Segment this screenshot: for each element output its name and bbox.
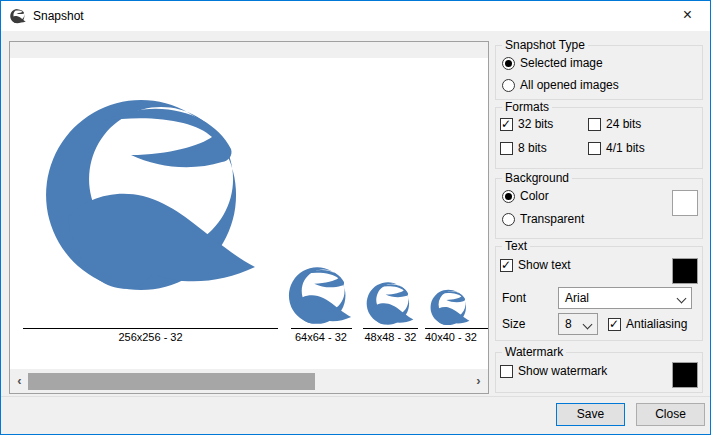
radio-icon[interactable] xyxy=(502,79,515,92)
watermark-color-swatch[interactable] xyxy=(672,362,698,388)
close-icon[interactable]: × xyxy=(665,1,710,31)
app-logo-icon xyxy=(10,8,26,24)
group-title: Watermark xyxy=(502,345,566,359)
checkbox-4-1-bits[interactable]: 4/1 bits xyxy=(588,141,645,155)
group-snapshot-type: Snapshot Type Selected image All opened … xyxy=(495,45,703,100)
checkbox-label: Show text xyxy=(518,258,571,272)
chevron-down-icon xyxy=(583,320,593,330)
radio-icon[interactable] xyxy=(502,190,515,203)
background-color-swatch[interactable] xyxy=(672,190,698,216)
save-button[interactable]: Save xyxy=(556,403,625,426)
group-text: Text Show text Font Arial Size 8 Antiali… xyxy=(495,246,703,341)
checkbox-8-bits[interactable]: 8 bits xyxy=(500,141,547,155)
divider xyxy=(23,328,278,329)
size-select-value: 8 xyxy=(565,317,572,331)
logo-image-256 xyxy=(38,93,263,293)
radio-label: Transparent xyxy=(520,212,584,226)
preview-panel: 256x256 - 32 64x64 - 32 48x48 - 32 40x40… xyxy=(9,41,489,394)
scrollbar-thumb[interactable] xyxy=(28,373,315,390)
logo-image-64 xyxy=(288,263,352,327)
divider xyxy=(363,328,418,329)
checkbox-icon[interactable] xyxy=(500,259,513,272)
radio-selected-image[interactable]: Selected image xyxy=(502,56,603,70)
checkbox-32-bits[interactable]: 32 bits xyxy=(500,117,553,131)
group-title: Text xyxy=(502,239,530,253)
radio-label: Color xyxy=(520,189,549,203)
checkbox-label: Antialiasing xyxy=(626,317,687,331)
checkbox-label: 24 bits xyxy=(606,117,641,131)
checkbox-24-bits[interactable]: 24 bits xyxy=(588,117,641,131)
divider xyxy=(425,328,488,329)
checkbox-antialiasing[interactable]: Antialiasing xyxy=(608,317,687,331)
checkbox-label: Show watermark xyxy=(518,364,607,378)
group-title: Formats xyxy=(502,100,552,114)
radio-label: All opened images xyxy=(520,78,619,92)
horizontal-scrollbar[interactable]: ‹ › xyxy=(11,372,487,391)
preview-canvas: 256x256 - 32 64x64 - 32 48x48 - 32 40x40… xyxy=(10,58,488,369)
font-select-value: Arial xyxy=(565,291,589,305)
close-button[interactable]: Close xyxy=(636,403,705,426)
image-caption: 256x256 - 32 xyxy=(23,331,278,343)
radio-all-opened-images[interactable]: All opened images xyxy=(502,78,619,92)
radio-icon[interactable] xyxy=(502,57,515,70)
checkbox-icon[interactable] xyxy=(588,118,601,131)
radio-background-color[interactable]: Color xyxy=(502,189,549,203)
radio-icon[interactable] xyxy=(502,213,515,226)
checkbox-icon[interactable] xyxy=(500,365,513,378)
snapshot-dialog: Snapshot × 256x256 - 32 64x64 - 32 48x48… xyxy=(0,0,711,435)
text-color-swatch[interactable] xyxy=(672,258,698,284)
radio-background-transparent[interactable]: Transparent xyxy=(502,212,584,226)
window-title: Snapshot xyxy=(33,9,84,23)
size-label: Size xyxy=(502,317,525,331)
group-background: Background Color Transparent xyxy=(495,178,703,239)
group-title: Background xyxy=(502,171,572,185)
checkbox-label: 8 bits xyxy=(518,141,547,155)
logo-image-48 xyxy=(366,279,414,327)
divider xyxy=(291,328,352,329)
image-caption: 40x40 - 32 xyxy=(413,331,488,343)
checkbox-label: 32 bits xyxy=(518,117,553,131)
font-select[interactable]: Arial xyxy=(558,287,692,309)
checkbox-icon[interactable] xyxy=(500,118,513,131)
scroll-right-icon[interactable]: › xyxy=(470,372,487,391)
radio-label: Selected image xyxy=(520,56,603,70)
checkbox-show-watermark[interactable]: Show watermark xyxy=(500,364,607,378)
checkbox-show-text[interactable]: Show text xyxy=(500,258,571,272)
checkbox-icon[interactable] xyxy=(608,318,621,331)
font-label: Font xyxy=(502,291,526,305)
scroll-left-icon[interactable]: ‹ xyxy=(11,372,28,391)
footer-bar: Save Close xyxy=(1,396,710,434)
checkbox-icon[interactable] xyxy=(588,142,601,155)
checkbox-label: 4/1 bits xyxy=(606,141,645,155)
title-bar: Snapshot × xyxy=(1,1,710,31)
logo-image-40 xyxy=(430,287,470,327)
group-title: Snapshot Type xyxy=(502,38,588,52)
group-watermark: Watermark Show watermark xyxy=(495,352,703,393)
group-formats: Formats 32 bits 24 bits 8 bits 4/1 bits xyxy=(495,107,703,169)
checkbox-icon[interactable] xyxy=(500,142,513,155)
chevron-down-icon xyxy=(677,294,687,304)
size-select[interactable]: 8 xyxy=(558,313,598,335)
